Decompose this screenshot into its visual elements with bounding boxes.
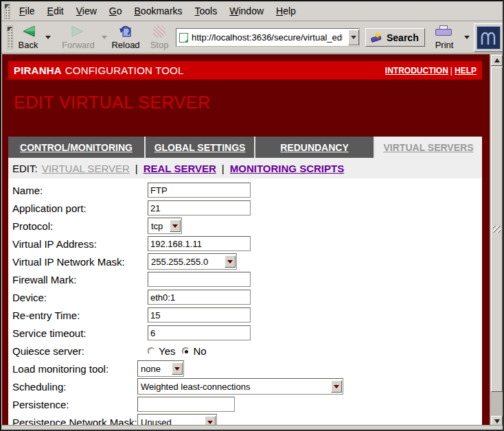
field-label: Service timeout: xyxy=(8,327,87,339)
select-arrow-icon xyxy=(170,220,181,232)
field-label: Protocol: xyxy=(8,220,53,232)
form-row-service-timeout: Service timeout: xyxy=(8,324,482,342)
subnav-prefix: EDIT: xyxy=(12,163,38,174)
chevron-down-icon xyxy=(351,36,356,39)
reentry-time-input[interactable] xyxy=(148,307,251,323)
navigation-toolbar: Back Forward Reload Stop http://localhos… xyxy=(1,22,503,54)
tab-redundancy[interactable]: REDUNDANCY xyxy=(255,137,374,158)
search-icon xyxy=(369,33,383,43)
scrollbar-down-icon xyxy=(494,419,500,423)
form-row-virtual-ip-mask: Virtual IP Network Mask: 255.255.255.0 xyxy=(8,253,482,270)
form-row-name: Name: xyxy=(8,181,482,199)
form-row-scheduling: Scheduling: Weighted least-connections xyxy=(8,377,482,395)
field-label: Virtual IP Address: xyxy=(8,238,97,250)
scrollbar-thumb[interactable] xyxy=(491,67,503,392)
back-dropdown-icon[interactable] xyxy=(45,36,51,39)
scroll-up-button[interactable] xyxy=(491,55,503,66)
menu-file[interactable]: File xyxy=(13,4,41,18)
menu-view[interactable]: View xyxy=(70,4,103,18)
scrollbar-up-icon xyxy=(494,58,500,62)
menu-tools[interactable]: Tools xyxy=(189,4,224,18)
edit-subnav: EDIT: VIRTUAL SERVER | REAL SERVER | MON… xyxy=(8,158,482,178)
firewall-mark-input[interactable] xyxy=(148,272,251,287)
url-input[interactable]: http://localhost:3636/secure/virtual_edi… xyxy=(176,28,360,47)
virtual-ip-input[interactable] xyxy=(148,236,251,251)
field-label: Scheduling: xyxy=(8,381,66,393)
back-icon xyxy=(21,25,36,37)
menu-window[interactable]: Window xyxy=(223,4,270,18)
scrollbar-grip-icon xyxy=(493,226,501,233)
form-row-application-port: Application port: xyxy=(8,199,482,217)
subnav-monitoring-scripts-link[interactable]: MONITORING SCRIPTS xyxy=(230,163,344,174)
select-arrow-icon xyxy=(331,380,342,393)
form-row-protocol: Protocol: tcp xyxy=(8,217,482,235)
menubar-grippy[interactable] xyxy=(4,3,10,19)
menu-help[interactable]: Help xyxy=(270,4,302,18)
field-label: Quiesce server: xyxy=(8,345,84,357)
select-arrow-icon xyxy=(172,362,183,375)
tab-global-settings[interactable]: GLOBAL SETTINGS xyxy=(146,137,254,158)
help-link[interactable]: HELP xyxy=(455,66,477,75)
back-button[interactable]: Back xyxy=(12,23,44,52)
tab-control-monitoring[interactable]: CONTROL/MONITORING xyxy=(8,137,144,158)
device-input[interactable] xyxy=(148,290,251,305)
url-text[interactable]: http://localhost:3636/secure/virtual_edi… xyxy=(192,32,343,43)
menu-edit[interactable]: Edit xyxy=(41,4,70,18)
field-label: Name: xyxy=(8,185,43,196)
url-history-dropdown-button[interactable] xyxy=(348,30,359,45)
page-title: EDIT VIRTUAL SERVER xyxy=(14,93,210,113)
load-monitoring-select[interactable]: none xyxy=(137,360,184,377)
form-row-quiesce-server: Quiesce server: Yes No xyxy=(8,342,482,360)
form-row-firewall-mark: Firewall Mark: xyxy=(8,270,482,288)
select-arrow-icon xyxy=(225,255,236,268)
piranha-banner: PIRANHA CONFIGURATION TOOL INTRODUCTION|… xyxy=(8,61,482,80)
menu-bar: File Edit View Go Bookmarks Tools Window… xyxy=(1,1,503,21)
banner-brand: PIRANHA xyxy=(14,65,62,76)
menu-bookmarks[interactable]: Bookmarks xyxy=(128,4,189,18)
stop-button[interactable]: Stop xyxy=(146,23,173,52)
quiesce-yes-label: Yes xyxy=(159,345,175,357)
protocol-select[interactable]: tcp xyxy=(148,218,182,234)
tab-virtual-servers[interactable]: VIRTUAL SERVERS xyxy=(375,137,482,158)
virtual-server-form: Name: Application port: Protocol: tcp Vi… xyxy=(8,178,482,428)
field-label: Load monitoring tool: xyxy=(8,363,108,375)
introduction-link[interactable]: INTRODUCTION xyxy=(385,66,448,75)
print-dropdown-icon[interactable] xyxy=(464,36,470,39)
subnav-real-server-link[interactable]: REAL SERVER xyxy=(144,163,216,174)
field-label: Device: xyxy=(8,292,47,303)
search-button[interactable]: Search xyxy=(365,28,425,47)
stop-icon xyxy=(153,25,165,38)
form-row-device: Device: xyxy=(8,288,482,306)
quiesce-no-radio[interactable] xyxy=(182,347,190,355)
url-page-icon xyxy=(179,33,188,43)
menu-file-label: F xyxy=(19,5,25,16)
subnav-virtual-server-current: VIRTUAL SERVER xyxy=(42,163,130,174)
field-label: Persistence: xyxy=(8,399,69,410)
forward-icon xyxy=(71,25,86,37)
scheduling-select[interactable]: Weighted least-connections xyxy=(137,378,343,395)
field-label: Application port: xyxy=(8,202,87,214)
menu-go[interactable]: Go xyxy=(103,4,128,18)
form-row-reentry-time: Re-entry Time: xyxy=(8,306,482,324)
reload-button[interactable]: Reload xyxy=(110,23,141,52)
quiesce-no-label: No xyxy=(193,345,206,357)
field-label: Re-entry Time: xyxy=(8,310,80,321)
name-input[interactable] xyxy=(148,183,251,198)
form-row-load-monitoring: Load monitoring tool: none xyxy=(8,360,482,377)
service-timeout-input[interactable] xyxy=(148,325,251,340)
virtual-ip-mask-select[interactable]: 255.255.255.0 xyxy=(148,253,237,270)
application-port-input[interactable] xyxy=(148,200,251,216)
browser-window: File Edit View Go Bookmarks Tools Window… xyxy=(0,0,504,431)
quiesce-yes-radio[interactable] xyxy=(148,347,155,355)
tab-bar: CONTROL/MONITORING GLOBAL SETTINGS REDUN… xyxy=(8,137,482,158)
mozilla-logo-icon xyxy=(477,26,501,49)
mozilla-logo-button[interactable] xyxy=(474,23,503,52)
print-icon xyxy=(435,25,453,37)
browser-viewport: PIRANHA CONFIGURATION TOOL INTRODUCTION|… xyxy=(1,54,490,428)
persistence-input[interactable] xyxy=(137,397,235,412)
vertical-scrollbar[interactable] xyxy=(490,54,503,428)
field-label: Firewall Mark: xyxy=(8,274,76,286)
print-button[interactable]: Print xyxy=(428,23,460,52)
forward-button[interactable]: Forward xyxy=(59,23,98,52)
forward-dropdown-icon[interactable] xyxy=(102,36,107,39)
